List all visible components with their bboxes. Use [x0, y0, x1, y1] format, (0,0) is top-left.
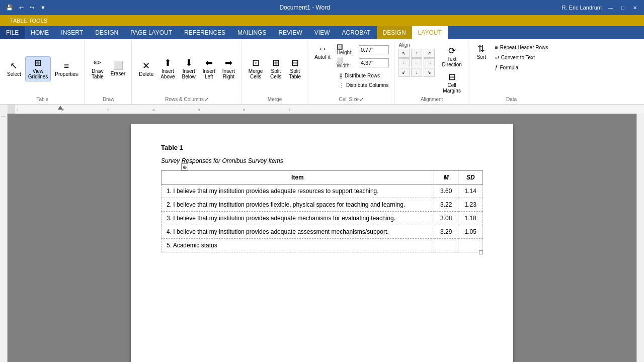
right-sidebar	[636, 114, 644, 362]
m-1: 3.60	[434, 185, 458, 198]
select-button[interactable]: ↖ Select	[4, 59, 24, 79]
autofit-button[interactable]: ↔ AutoFit	[311, 42, 334, 62]
table-header-row: Item M SD	[162, 171, 483, 185]
tab-design[interactable]: DESIGN	[89, 26, 124, 39]
group-draw: ✏ DrawTable ⬜ Eraser Draw	[86, 41, 132, 104]
draw-table-icon: ✏	[94, 58, 101, 67]
sort-icon: ⇅	[477, 44, 485, 53]
tab-page-layout[interactable]: PAGE LAYOUT	[124, 26, 178, 39]
insert-left-button[interactable]: ⬅ InsertLeft	[200, 56, 218, 81]
svg-rect-1	[8, 105, 15, 114]
group-merge: ⊡ MergeCells ⊞ SplitCells ⊟ SplitTable M…	[243, 41, 307, 104]
align-top-center[interactable]: ↑	[411, 49, 422, 58]
width-row: ⬜ Width:	[337, 57, 391, 68]
convert-to-text-button[interactable]: ⇄ Convert to Text	[493, 53, 550, 62]
alignment-grid: ↖ ↑ ↗ ← · → ↙ ↓ ↘	[398, 49, 436, 77]
table-buttons: ↖ Select ⊞ ViewGridlines ≡ Properties	[4, 42, 81, 96]
split-cells-button[interactable]: ⊞ SplitCells	[267, 56, 285, 81]
tab-insert[interactable]: INSERT	[55, 26, 89, 39]
tab-view[interactable]: VIEW	[308, 26, 336, 39]
insert-right-icon: ➡	[225, 58, 232, 67]
table-row: 3. I believe that my institution provide…	[162, 212, 483, 225]
repeat-header-icon: ≡	[495, 45, 498, 50]
sort-button[interactable]: ⇅ Sort	[472, 42, 491, 62]
ruler: 1 2 3 4 5 6 7	[8, 105, 644, 114]
split-table-button[interactable]: ⊟ SplitTable	[286, 56, 304, 81]
table-tools-label: TABLE TOOLS	[4, 18, 53, 24]
align-middle-center[interactable]: ·	[411, 58, 422, 67]
sd-4: 1.05	[458, 225, 483, 239]
sd-1: 1.14	[458, 185, 483, 198]
merge-group-label: Merge	[268, 96, 282, 103]
user-name: R. Eric Landrum	[562, 5, 602, 11]
align-bottom-center[interactable]: ↓	[411, 68, 422, 77]
formula-button[interactable]: ƒ Formula	[493, 63, 550, 72]
table-row: 2. I believe that my institution provide…	[162, 198, 483, 212]
delete-button[interactable]: ✕ Delete	[136, 59, 156, 79]
table-container: ⊕ Item M SD 1. I believe that my institu…	[161, 170, 483, 252]
text-direction-button[interactable]: ⟳ TextDirection	[439, 44, 464, 69]
align-top-left[interactable]: ↖	[398, 49, 410, 58]
table-move-handle[interactable]: ⊕	[181, 163, 188, 170]
align-bottom-left[interactable]: ↙	[398, 68, 410, 77]
svg-text:2: 2	[62, 108, 64, 112]
sd-3: 1.18	[458, 212, 483, 225]
cell-size-expand-icon[interactable]: ⤢	[360, 97, 364, 102]
align-bottom-right[interactable]: ↘	[424, 68, 435, 77]
align-middle-left[interactable]: ←	[398, 58, 410, 67]
redo-btn[interactable]: ↪	[28, 4, 36, 12]
m-5	[434, 239, 458, 252]
undo-btn[interactable]: ↩	[17, 4, 26, 12]
repeat-header-rows-button[interactable]: ≡ Repeat Header Rows	[493, 43, 550, 52]
save-btn[interactable]: 💾	[4, 4, 15, 12]
table-subtitle: Survey Responses for Omnibus Survey Item…	[161, 157, 483, 164]
document-area[interactable]: Table 1 Survey Responses for Omnibus Sur…	[8, 114, 636, 362]
svg-text:1: 1	[17, 108, 19, 112]
properties-button[interactable]: ≡ Properties	[52, 59, 81, 79]
tab-mailings[interactable]: MAILINGS	[231, 26, 272, 39]
convert-text-icon: ⇄	[495, 55, 499, 60]
maximize-btn[interactable]: □	[618, 4, 628, 12]
insert-right-button[interactable]: ➡ InsertRight	[219, 56, 238, 81]
width-label: ⬜ Width:	[337, 57, 357, 68]
customize-btn[interactable]: ▼	[38, 4, 48, 12]
insert-below-button[interactable]: ⬇ InsertBelow	[179, 56, 199, 81]
survey-table: Item M SD 1. I believe that my instituti…	[161, 170, 483, 252]
minimize-btn[interactable]: —	[606, 4, 616, 12]
distribute-rows-button[interactable]: ⣿ Distribute Rows	[337, 71, 391, 80]
insert-above-button[interactable]: ⬆ InsertAbove	[157, 56, 178, 81]
align-middle-right[interactable]: →	[424, 58, 435, 67]
close-btn[interactable]: ✕	[630, 4, 640, 12]
tab-file[interactable]: FILE	[0, 26, 25, 39]
width-input[interactable]	[359, 58, 389, 67]
tab-layout-tt[interactable]: LAYOUT	[412, 26, 448, 39]
view-gridlines-button[interactable]: ⊞ ViewGridlines	[25, 56, 51, 81]
table-group-label: Table	[36, 96, 48, 103]
item-3: 3. I believe that my institution provide…	[162, 212, 434, 225]
table-row: 1. I believe that my institution provide…	[162, 185, 483, 198]
tab-home[interactable]: HOME	[25, 26, 55, 39]
align-top-right[interactable]: ↗	[424, 49, 435, 58]
distribute-columns-button[interactable]: ⋮ Distribute Columns	[337, 81, 391, 89]
eraser-button[interactable]: ⬜ Eraser	[108, 60, 128, 78]
distribute-columns-icon: ⋮	[339, 82, 344, 88]
draw-table-button[interactable]: ✏ DrawTable	[89, 56, 107, 81]
select-icon: ↖	[10, 61, 18, 70]
tab-references[interactable]: REFERENCES	[178, 26, 231, 39]
tab-design-tt[interactable]: DESIGN	[377, 26, 412, 39]
svg-text:5: 5	[198, 108, 200, 112]
cell-margins-button[interactable]: ⊟ CellMargins	[439, 70, 464, 96]
tab-review[interactable]: REVIEW	[272, 26, 308, 39]
m-4: 3.29	[434, 225, 458, 239]
table-resize-handle[interactable]	[479, 250, 483, 254]
merge-buttons: ⊡ MergeCells ⊞ SplitCells ⊟ SplitTable	[246, 42, 304, 96]
properties-icon: ≡	[64, 61, 69, 70]
formula-icon: ƒ	[495, 65, 498, 70]
rows-columns-expand-icon[interactable]: ⤢	[205, 97, 209, 102]
autofit-icon: ↔	[318, 44, 327, 53]
merge-cells-icon: ⊡	[252, 58, 260, 67]
merge-cells-button[interactable]: ⊡ MergeCells	[246, 56, 266, 81]
left-sidebar: │	[0, 114, 8, 362]
tab-acrobat[interactable]: ACROBAT	[336, 26, 376, 39]
height-input[interactable]	[359, 45, 389, 54]
